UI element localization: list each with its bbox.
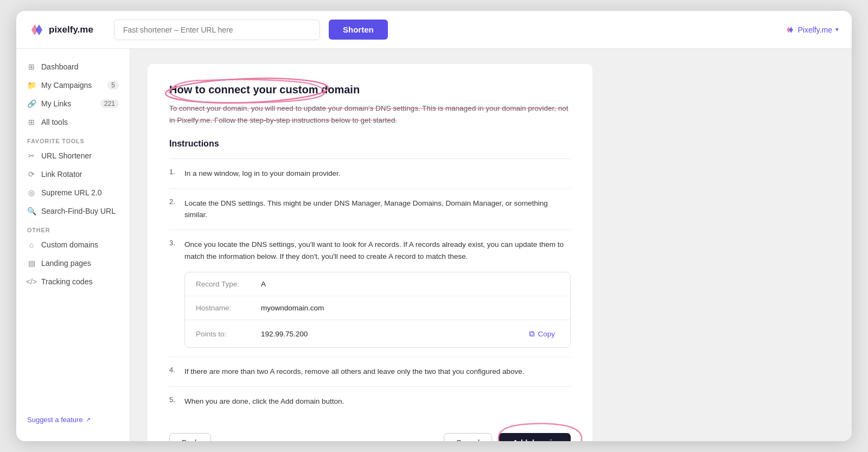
content-area: How to connect your custom domain To con… <box>130 49 852 441</box>
dns-table: Record Type: A Hostname: myowndomain.com… <box>184 272 571 348</box>
instructions-card: How to connect your custom domain To con… <box>148 64 592 441</box>
topnav: pixelfy.me Shorten Pixelfy.me ▾ <box>16 11 852 49</box>
user-menu[interactable]: Pixelfy.me ▾ <box>786 26 839 34</box>
step-4: 4. If there are more than two A records,… <box>169 357 571 387</box>
url-input[interactable] <box>114 20 320 40</box>
scissors-icon: ✂ <box>27 151 36 160</box>
app-frame: pixelfy.me Shorten Pixelfy.me ▾ ⊞ Dashbo… <box>16 11 852 441</box>
external-link-icon: ↗ <box>86 416 91 423</box>
sidebar-item-url-shortener[interactable]: ✂ URL Shortener <box>16 147 130 165</box>
campaigns-badge: 5 <box>107 81 119 90</box>
step-5: 5. When you are done, click the Add doma… <box>169 387 571 416</box>
sidebar-item-landing-pages[interactable]: ▤ Landing pages <box>16 254 130 272</box>
sidebar-item-link-rotator[interactable]: ⟳ Link Rotator <box>16 165 130 183</box>
add-domain-wrap: Add domain <box>499 433 571 441</box>
logo-icon <box>29 22 44 37</box>
card-description: To connect your domain, you will need to… <box>169 103 571 126</box>
step-text-2: Locate the DNS settings. This might be u… <box>184 198 571 221</box>
step-text-3: Once you locate the DNS settings, you'll… <box>184 239 571 262</box>
dns-row-record-type: Record Type: A <box>185 272 570 296</box>
copy-label: Copy <box>538 330 555 338</box>
sidebar-item-campaigns[interactable]: 📁 My Campaigns 5 <box>16 76 130 94</box>
sidebar: ⊞ Dashboard 📁 My Campaigns 5 🔗 My Links … <box>16 49 130 441</box>
sidebar-item-supreme-url[interactable]: ◎ Supreme URL 2.0 <box>16 183 130 202</box>
circle-q-icon: ◎ <box>27 188 36 197</box>
sidebar-item-label: All tools <box>41 118 68 126</box>
add-domain-button[interactable]: Add domain <box>499 433 571 441</box>
sidebar-item-tracking-codes[interactable]: </> Tracking codes <box>16 272 130 291</box>
dns-value-points-to: 192.99.75.200 <box>261 330 525 338</box>
right-actions: Cancel Add domain <box>444 433 571 441</box>
sidebar-item-dashboard[interactable]: ⊞ Dashboard <box>16 58 130 76</box>
pixelfy-icon <box>786 26 794 34</box>
copy-button[interactable]: ⧉ Copy <box>525 328 559 340</box>
dns-label-record-type: Record Type: <box>196 280 261 288</box>
suggest-label: Suggest a feature <box>27 416 83 424</box>
sidebar-item-label: Supreme URL 2.0 <box>41 188 102 197</box>
user-label: Pixelfy.me <box>797 26 832 34</box>
sidebar-item-custom-domains[interactable]: ⌂ Custom domains <box>16 235 130 254</box>
sidebar-item-search-find-buy[interactable]: 🔍 Search-Find-Buy URL <box>16 202 130 220</box>
cancel-button[interactable]: Cancel <box>444 433 493 441</box>
favorite-tools-label: FAVORITE TOOLS <box>16 131 130 147</box>
step-num-3: 3. <box>169 239 180 262</box>
card-title-wrap: How to connect your custom domain <box>169 84 360 96</box>
dns-label-hostname: Hostname: <box>196 304 261 312</box>
dns-label-points-to: Points to: <box>196 330 261 338</box>
step-text-1: In a new window, log in to your domain p… <box>184 168 340 180</box>
back-button[interactable]: Back <box>169 433 211 441</box>
card-title: How to connect your custom domain <box>169 84 360 96</box>
sidebar-item-links[interactable]: 🔗 My Links 221 <box>16 94 130 113</box>
code-icon: </> <box>27 277 36 286</box>
step-num-5: 5. <box>169 396 180 408</box>
link-icon: 🔗 <box>27 99 36 108</box>
sidebar-item-label: My Links <box>41 99 71 108</box>
step-2: 2. Locate the DNS settings. This might b… <box>169 189 571 230</box>
home-icon: ⌂ <box>27 240 36 249</box>
other-label: OTHER <box>16 220 130 235</box>
url-input-wrap <box>114 20 320 40</box>
shorten-button[interactable]: Shorten <box>329 20 388 40</box>
dns-value-record-type: A <box>261 280 559 288</box>
step-num-4: 4. <box>169 366 180 378</box>
main-layout: ⊞ Dashboard 📁 My Campaigns 5 🔗 My Links … <box>16 49 852 441</box>
logo-text: pixelfy.me <box>49 24 93 35</box>
sidebar-item-label: Link Rotator <box>41 170 82 179</box>
sidebar-item-label: Custom domains <box>41 240 98 249</box>
sidebar-item-label: Search-Find-Buy URL <box>41 207 116 215</box>
sidebar-item-label: Dashboard <box>41 62 79 71</box>
card-actions: Back Cancel Add domain <box>169 433 571 441</box>
sidebar-item-label: URL Shortener <box>41 151 92 160</box>
dns-row-points-to: Points to: 192.99.75.200 ⧉ Copy <box>185 320 570 347</box>
folder-icon: 📁 <box>27 81 36 90</box>
apps-icon: ⊞ <box>27 118 36 126</box>
sidebar-item-label: Landing pages <box>41 259 91 268</box>
sidebar-item-label: My Campaigns <box>41 81 92 90</box>
search-icon: 🔍 <box>27 207 36 215</box>
copy-icon: ⧉ <box>529 329 535 339</box>
chevron-down-icon: ▾ <box>835 26 839 33</box>
instructions-title: Instructions <box>169 139 571 149</box>
step-1: 1. In a new window, log in to your domai… <box>169 159 571 189</box>
step-num-1: 1. <box>169 168 180 180</box>
dns-value-hostname: myowndomain.com <box>261 304 559 312</box>
grid-icon: ⊞ <box>27 62 36 71</box>
dns-row-hostname: Hostname: myowndomain.com <box>185 296 570 320</box>
logo: pixelfy.me <box>29 22 105 37</box>
step-3: 3. Once you locate the DNS settings, you… <box>169 230 571 357</box>
rotator-icon: ⟳ <box>27 170 36 179</box>
step-num-2: 2. <box>169 198 180 221</box>
sidebar-item-alltools[interactable]: ⊞ All tools <box>16 113 130 131</box>
layout-icon: ▤ <box>27 259 36 268</box>
links-badge: 221 <box>100 99 119 108</box>
step-text-5: When you are done, click the Add domain … <box>184 396 344 408</box>
step-text-4: If there are more than two A records, re… <box>184 366 525 378</box>
sidebar-item-label: Tracking codes <box>41 277 92 286</box>
suggest-feature-link[interactable]: Suggest a feature ↗ <box>16 407 130 432</box>
